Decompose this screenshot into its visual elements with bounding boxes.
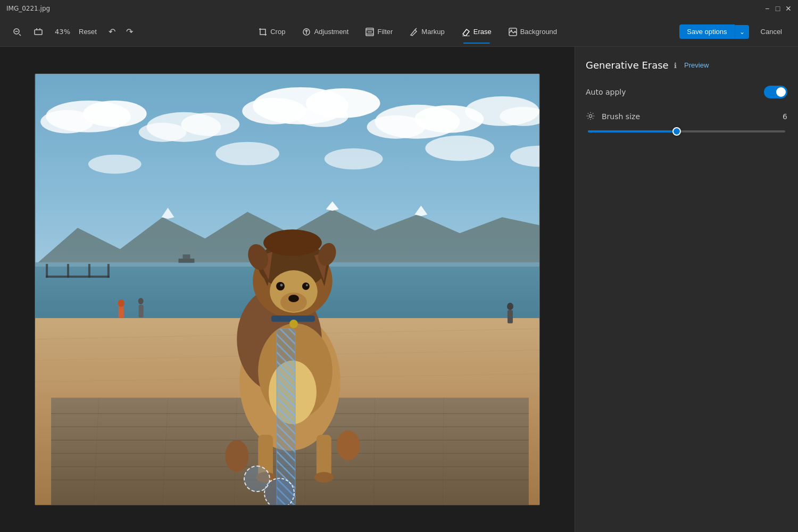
svg-rect-74 [508, 310, 513, 323]
info-icon[interactable]: ℹ [674, 61, 677, 70]
preview-button[interactable]: Preview [684, 61, 709, 69]
svg-point-101 [314, 472, 334, 483]
svg-point-36 [325, 148, 383, 170]
photo-canvas [35, 74, 539, 505]
svg-rect-52 [182, 254, 190, 259]
svg-point-84 [288, 295, 299, 302]
brush-size-label: Brush size [602, 112, 771, 121]
brush-size-icon [586, 111, 596, 122]
svg-point-95 [263, 229, 322, 256]
brush-size-slider[interactable] [586, 130, 787, 132]
svg-point-73 [138, 298, 144, 304]
auto-apply-toggle[interactable] [764, 86, 787, 98]
svg-point-16 [510, 29, 512, 31]
brush-cursor [244, 466, 270, 492]
cancel-button[interactable]: Cancel [753, 24, 789, 39]
svg-rect-70 [119, 306, 124, 318]
window-title: IMG_0221.jpg [6, 5, 50, 12]
maximize-button[interactable]: □ [775, 5, 781, 12]
canvas-area[interactable] [0, 47, 575, 532]
toolbar: 43% Reset ↶ ↷ Crop Adjustment [0, 17, 798, 47]
svg-point-102 [225, 440, 248, 472]
svg-point-87 [280, 284, 283, 287]
title-bar: IMG_0221.jpg − □ ✕ [0, 0, 798, 17]
markup-tool[interactable]: Markup [402, 24, 452, 39]
erase-tool[interactable]: Erase [454, 24, 499, 39]
minimize-button[interactable]: − [764, 5, 770, 12]
svg-point-88 [306, 284, 308, 286]
panel-header: Generative Erase ℹ Preview [586, 60, 787, 71]
svg-rect-50 [107, 264, 110, 278]
svg-line-1 [19, 34, 21, 36]
toolbar-left: 43% Reset ↶ ↷ [9, 24, 136, 39]
brush-size-row: Brush size 6 [586, 111, 787, 122]
undo-button[interactable]: ↶ [105, 24, 119, 39]
svg-point-38 [88, 155, 142, 174]
svg-point-37 [425, 136, 494, 161]
svg-point-86 [302, 282, 310, 290]
svg-point-24 [139, 123, 187, 142]
svg-rect-99 [317, 435, 331, 477]
svg-rect-3 [35, 30, 42, 35]
right-panel: Generative Erase ℹ Preview Auto apply Br… [575, 47, 798, 532]
svg-point-107 [589, 114, 592, 117]
adjustment-tool[interactable]: Adjustment [295, 24, 356, 39]
slider-thumb[interactable] [672, 127, 681, 136]
panel-title: Generative Erase [586, 60, 669, 71]
window-controls: − □ ✕ [764, 5, 792, 12]
svg-point-22 [83, 101, 147, 127]
background-tool[interactable]: Background [501, 24, 564, 39]
svg-point-25 [181, 113, 239, 136]
zoom-out-button[interactable] [9, 24, 26, 39]
crop-tool[interactable]: Crop [251, 24, 293, 39]
auto-apply-row: Auto apply [586, 86, 787, 98]
zoom-toggle-button[interactable] [30, 24, 47, 39]
toolbar-right: Save options ⌄ Cancel [679, 24, 789, 39]
svg-point-27 [242, 98, 306, 124]
save-options-button[interactable]: Save options [679, 24, 734, 39]
svg-rect-72 [139, 305, 144, 318]
toolbar-center: Crop Adjustment Filter [140, 24, 675, 39]
auto-apply-label: Auto apply [586, 88, 626, 96]
svg-rect-47 [46, 264, 48, 278]
image-container [35, 73, 540, 505]
svg-point-35 [215, 142, 279, 165]
svg-point-85 [276, 282, 285, 290]
svg-point-97 [289, 320, 298, 328]
svg-rect-49 [88, 264, 90, 278]
redo-button[interactable]: ↷ [123, 24, 136, 39]
svg-point-71 [118, 300, 124, 307]
svg-point-103 [337, 430, 360, 460]
save-options-group: Save options ⌄ [679, 24, 749, 39]
svg-line-13 [415, 28, 417, 30]
brush-size-value: 6 [777, 112, 787, 121]
zoom-level: 43% [51, 28, 70, 36]
close-button[interactable]: ✕ [785, 5, 792, 12]
filter-tool[interactable]: Filter [358, 24, 400, 39]
main-content: Generative Erase ℹ Preview Auto apply Br… [0, 47, 798, 532]
svg-point-75 [507, 303, 513, 310]
slider-track [588, 130, 785, 132]
svg-point-29 [295, 106, 348, 127]
reset-button[interactable]: Reset [74, 26, 101, 38]
slider-fill [588, 130, 677, 132]
svg-rect-51 [179, 259, 195, 263]
save-options-dropdown[interactable]: ⌄ [735, 25, 749, 39]
svg-rect-46 [46, 276, 110, 278]
svg-rect-48 [67, 264, 69, 278]
